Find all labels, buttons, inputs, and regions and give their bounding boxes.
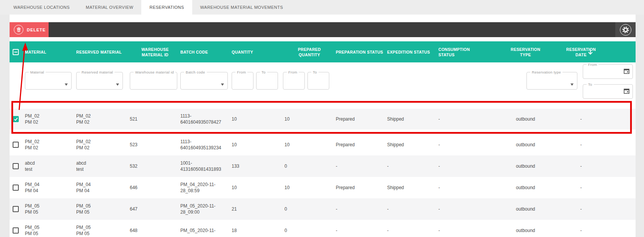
cell-consumption_status: - xyxy=(438,142,498,148)
row-checkbox[interactable] xyxy=(13,116,19,122)
filter-date-to-input[interactable]: To xyxy=(583,84,633,99)
cell-text: outbound xyxy=(498,116,553,122)
row-checkbox-cell xyxy=(10,142,25,148)
cell-text: - xyxy=(438,185,498,191)
tab-material-overview[interactable]: MATERIAL OVERVIEW xyxy=(78,0,141,15)
row-checkbox-cell xyxy=(10,163,25,169)
filter-prepared-from-input[interactable]: From xyxy=(283,72,305,90)
delete-button[interactable]: DELETE xyxy=(10,22,49,37)
cell-text: PM_05_2020-11- xyxy=(180,203,232,209)
cell-text: 21 xyxy=(232,206,283,212)
table-row[interactable]: PM_02PM 02PM_02PM 025211113-640160493507… xyxy=(10,109,636,129)
tab-bar: WAREHOUSE LOCATIONS MATERIAL OVERVIEW RE… xyxy=(0,0,644,15)
cell-text: 532 xyxy=(130,163,180,169)
cell-prepared_quantity: 0 xyxy=(283,227,336,234)
cell-text: 646 xyxy=(130,185,180,191)
cell-text: - xyxy=(336,163,387,169)
filter-warehouse-material-id-input[interactable]: Warehouse material id xyxy=(130,72,177,90)
row-checkbox[interactable] xyxy=(13,142,19,148)
cell-text: 0 xyxy=(284,163,336,169)
filter-quantity-from-input[interactable]: From xyxy=(232,72,253,90)
header-reservation_type[interactable]: RESERVATIONTYPE xyxy=(498,47,553,57)
cell-material: PM_04PM 04 xyxy=(25,181,76,194)
select-all-checkbox[interactable] xyxy=(13,49,19,55)
table-row[interactable]: PM_02PM 02PM_02PM 025231113-640160493513… xyxy=(10,134,636,155)
filter-reservation-type-label: Reservation type xyxy=(530,70,562,74)
header-label: RESERVATION xyxy=(498,47,553,52)
cell-expedition_status: - xyxy=(387,163,438,169)
table-header-row: MATERIALRESERVED MATERIALWAREHOUSEMATERI… xyxy=(10,41,636,62)
cell-reservation_type: outbound xyxy=(498,185,553,191)
cell-text: - xyxy=(387,206,438,212)
chevron-down-icon xyxy=(116,83,119,86)
header-label: MATERIAL ID xyxy=(130,52,180,57)
row-checkbox[interactable] xyxy=(13,227,19,234)
cell-text: 10 xyxy=(232,116,283,122)
cell-text: PM 02 xyxy=(76,119,130,125)
cell-prepared_quantity: 10 xyxy=(283,185,336,191)
filter-material-select[interactable]: Material xyxy=(25,72,72,90)
header-expedition_status[interactable]: EXPEDITION STATUS xyxy=(387,49,438,55)
filter-quantity-to-input[interactable]: To xyxy=(256,72,278,90)
tab-warehouse-locations[interactable]: WAREHOUSE LOCATIONS xyxy=(5,0,78,15)
row-checkbox[interactable] xyxy=(13,185,19,191)
cell-preparation_status: - xyxy=(336,206,387,212)
reservations-panel: DELETE MATERIALRESERVED xyxy=(10,15,636,237)
cell-text: 0 xyxy=(284,227,336,234)
settings-button[interactable] xyxy=(615,22,636,37)
header-reservation_date[interactable]: RESERVATIONDATE xyxy=(553,47,609,57)
cell-batch_code: 1113-6401604935139234 xyxy=(180,139,232,151)
table-row[interactable]: PM_05PM 05PM_05PM 05648PM_05_2020-11-180… xyxy=(10,220,636,237)
cell-preparation_status: - xyxy=(336,227,387,234)
table-row[interactable]: PM_05PM 05PM_05PM 05647PM_05_2020-11-28_… xyxy=(10,198,636,220)
cell-batch_code: PM_05_2020-11-28_09:00 xyxy=(180,203,232,215)
cell-warehouse_material_id: 648 xyxy=(130,227,180,234)
header-material[interactable]: MATERIAL xyxy=(25,49,76,55)
cell-reservation_date: - xyxy=(553,206,609,212)
cell-reserved_material: PM_04PM 04 xyxy=(76,181,130,194)
cell-text: 4131605081431893 xyxy=(180,166,232,172)
filter-date-from-input[interactable]: From xyxy=(583,64,633,79)
sort-descending-icon[interactable] xyxy=(588,49,593,55)
cell-consumption_status: - xyxy=(438,206,498,212)
cell-text: outbound xyxy=(498,163,553,169)
header-consumption_status[interactable]: CONSUMPTIONSTATUS xyxy=(438,47,498,57)
cell-batch_code: PM_04_2020-11-28_08:59 xyxy=(180,181,232,194)
filter-batch-code-select[interactable]: Batch code xyxy=(180,72,228,90)
row-checkbox[interactable] xyxy=(13,163,19,169)
cell-text: - xyxy=(553,116,609,122)
cell-text: 10 xyxy=(284,185,336,191)
header-quantity[interactable]: QUANTITY xyxy=(232,49,283,55)
cell-quantity: 10 xyxy=(232,142,283,148)
cell-text: PM_02 xyxy=(25,113,76,119)
header-prepared_quantity[interactable]: PREPAREDQUANTITY xyxy=(283,47,336,57)
cell-expedition_status: Shipped xyxy=(387,116,438,122)
cell-text: Prepared xyxy=(336,185,387,191)
cell-prepared_quantity: 0 xyxy=(283,206,336,212)
cell-text: PM_05_2020-11- xyxy=(180,227,232,234)
row-checkbox[interactable] xyxy=(13,206,19,212)
header-label: PREPARATION STATUS xyxy=(336,49,387,55)
table-row[interactable]: PM_04PM 04PM_04PM 04646PM_04_2020-11-28_… xyxy=(10,177,636,198)
header-batch_code[interactable]: BATCH CODE xyxy=(180,49,232,55)
cell-reservation_type: outbound xyxy=(498,227,553,234)
cell-text: abcd xyxy=(25,160,76,166)
cell-text: 0 xyxy=(284,206,336,212)
cell-warehouse_material_id: 647 xyxy=(130,206,180,212)
tab-reservations[interactable]: RESERVATIONS xyxy=(141,0,192,15)
calendar-icon[interactable] xyxy=(624,88,629,94)
header-reserved_material[interactable]: RESERVED MATERIAL xyxy=(76,49,130,55)
calendar-icon[interactable] xyxy=(624,69,629,74)
row-checkbox-cell xyxy=(10,227,25,234)
filter-prepared-to-input[interactable]: To xyxy=(307,72,329,90)
header-preparation_status[interactable]: PREPARATION STATUS xyxy=(336,49,387,55)
filter-reserved-material-select[interactable]: Reserved material xyxy=(76,72,123,90)
table-row[interactable]: abcdtestabcdtest5321001-4131605081431893… xyxy=(10,155,636,177)
chevron-down-icon xyxy=(65,83,68,86)
filter-reservation-type-select[interactable]: Reservation type xyxy=(526,72,577,90)
tab-warehouse-material-movements[interactable]: WAREHOUSE MATERIAL MOVEMENTS xyxy=(192,0,291,15)
header-label: CONSUMPTION xyxy=(438,47,498,52)
header-warehouse_material_id[interactable]: WAREHOUSEMATERIAL ID xyxy=(130,47,180,57)
select-all-cell xyxy=(10,49,25,55)
app-root: { "tabs": [ {"label": "WAREHOUSE LOCATIO… xyxy=(0,0,644,237)
